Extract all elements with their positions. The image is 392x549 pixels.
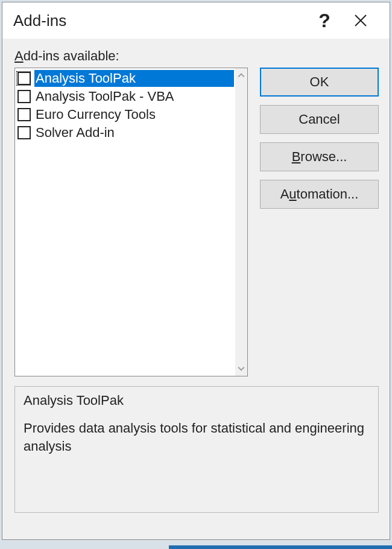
list-item[interactable]: Analysis ToolPak <box>16 69 234 87</box>
listbox-inner: Analysis ToolPak Analysis ToolPak - VBA … <box>15 68 235 376</box>
description-panel: Analysis ToolPak Provides data analysis … <box>14 386 379 513</box>
list-item[interactable]: Euro Currency Tools <box>16 106 234 124</box>
scrollbar[interactable] <box>235 68 247 376</box>
main-row: Analysis ToolPak Analysis ToolPak - VBA … <box>14 68 379 376</box>
description-text: Provides data analysis tools for statist… <box>24 419 370 455</box>
close-button[interactable] <box>343 2 379 39</box>
help-button[interactable]: ? <box>306 2 343 39</box>
list-item[interactable]: Solver Add-in <box>16 124 234 142</box>
background-strip <box>169 545 392 549</box>
dialog-body: Add-ins available: Analysis ToolPak Anal… <box>2 39 390 524</box>
list-item-label: Analysis ToolPak - VBA <box>34 88 234 105</box>
addins-listbox[interactable]: Analysis ToolPak Analysis ToolPak - VBA … <box>14 68 248 376</box>
description-title: Analysis ToolPak <box>24 393 370 408</box>
list-item-label: Solver Add-in <box>34 124 234 141</box>
addins-dialog: Add-ins ? Add-ins available: Analysis To… <box>2 2 390 540</box>
list-item-label: Analysis ToolPak <box>34 70 234 87</box>
scroll-down-icon[interactable] <box>235 363 247 375</box>
ok-button[interactable]: OK <box>260 68 379 97</box>
titlebar: Add-ins ? <box>2 2 390 39</box>
automation-button[interactable]: Automation... <box>260 180 379 209</box>
button-column: OK Cancel Browse... Automation... <box>260 68 379 376</box>
cancel-button[interactable]: Cancel <box>260 105 379 134</box>
list-item[interactable]: Analysis ToolPak - VBA <box>16 87 234 106</box>
checkbox-icon[interactable] <box>17 72 31 85</box>
checkbox-icon[interactable] <box>17 108 31 121</box>
checkbox-icon[interactable] <box>17 126 31 139</box>
scroll-up-icon[interactable] <box>235 69 247 81</box>
browse-button[interactable]: Browse... <box>260 142 379 171</box>
list-item-label: Euro Currency Tools <box>34 106 234 123</box>
dialog-title: Add-ins <box>13 11 306 30</box>
checkbox-icon[interactable] <box>17 90 31 103</box>
list-label: Add-ins available: <box>14 48 379 64</box>
close-icon <box>354 14 367 27</box>
